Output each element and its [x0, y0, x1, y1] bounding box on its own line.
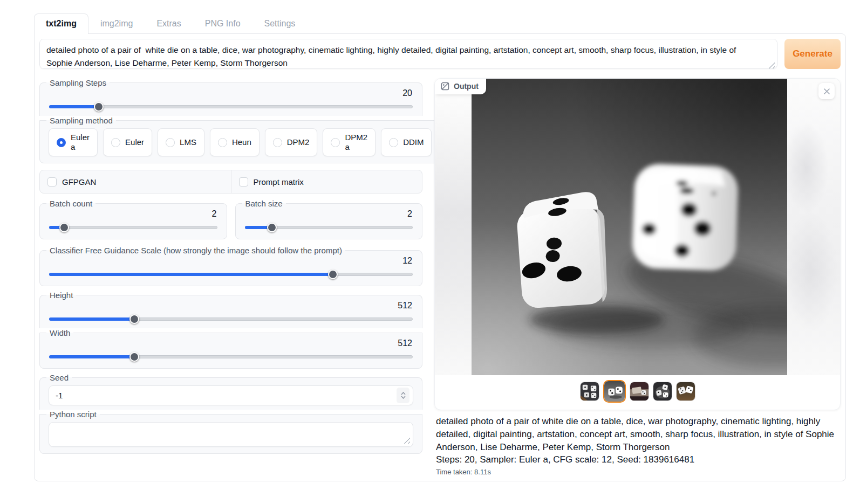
app: txt2img img2img Extras PNG Info Settings… — [0, 0, 860, 481]
radio-label: LMS — [180, 137, 196, 147]
seed-group: Seed -1 — [39, 373, 422, 410]
tab-txt2img[interactable]: txt2img — [34, 13, 88, 34]
cfg-scale-slider[interactable] — [49, 270, 413, 279]
image-icon — [441, 82, 449, 91]
radio-ddim[interactable]: DDIM — [381, 128, 432, 156]
batch-size-value: 2 — [244, 209, 413, 219]
spinner-down-icon — [401, 396, 406, 399]
height-label: Height — [46, 291, 76, 300]
letterbox-right — [787, 79, 840, 375]
radio-lms[interactable]: LMS — [158, 128, 204, 156]
slider-thumb[interactable] — [267, 223, 277, 232]
sampling-method-group: Sampling method Euler a Euler LMS Heun D… — [39, 116, 499, 163]
sampling-steps-value: 20 — [49, 88, 412, 98]
radio-icon[interactable] — [57, 138, 66, 147]
slider-track[interactable] — [49, 226, 217, 229]
batch-count-group: Batch count 2 — [39, 199, 227, 239]
slider-fill — [49, 317, 134, 321]
height-slider[interactable] — [49, 314, 413, 324]
thumbnail-5[interactable] — [676, 382, 695, 401]
output-label: Output — [454, 82, 479, 91]
radio-icon[interactable] — [218, 138, 227, 147]
tab-img2img[interactable]: img2img — [88, 13, 145, 33]
width-slider[interactable] — [49, 352, 413, 362]
seed-label: Seed — [46, 373, 72, 382]
tab-bar: txt2img img2img Extras PNG Info Settings — [34, 13, 846, 33]
caption-time-taken: Time taken: 8.11s — [436, 468, 839, 476]
seed-value[interactable]: -1 — [56, 391, 397, 400]
tab-content: detailed photo of a pair of white die on… — [34, 33, 846, 481]
sampling-method-label: Sampling method — [46, 116, 116, 125]
width-value: 512 — [49, 339, 412, 348]
batch-size-label: Batch size — [242, 199, 286, 208]
seed-stepper[interactable] — [397, 388, 409, 403]
radio-euler[interactable]: Euler — [103, 128, 152, 156]
caption-params: Steps: 20, Sampler: Euler a, CFG scale: … — [436, 453, 839, 466]
gfpgan-toggle[interactable]: GFPGAN — [40, 170, 231, 193]
thumbnail-2-selected[interactable] — [603, 380, 626, 403]
batch-count-label: Batch count — [46, 199, 95, 208]
settings-column: Sampling Steps 20 Sampling method Euler … — [39, 78, 422, 454]
slider-fill — [49, 105, 99, 108]
width-group: Width 512 — [39, 328, 422, 369]
radio-heun[interactable]: Heun — [210, 128, 260, 156]
generated-image[interactable] — [472, 79, 787, 375]
sampling-steps-slider[interactable] — [49, 102, 413, 112]
height-group: Height 512 — [39, 291, 422, 328]
height-value: 512 — [49, 301, 412, 310]
spinner-up-icon — [401, 392, 406, 395]
cfg-scale-group: Classifier Free Guidance Scale (how stro… — [39, 246, 422, 286]
close-icon — [823, 88, 830, 95]
cfg-scale-value: 12 — [49, 256, 412, 266]
radio-icon[interactable] — [331, 138, 340, 147]
gallery-thumbnails — [435, 375, 840, 410]
radio-icon[interactable] — [389, 138, 398, 147]
gfpgan-checkbox[interactable] — [47, 177, 57, 187]
radio-icon[interactable] — [166, 138, 175, 147]
python-script-input[interactable] — [49, 423, 413, 446]
prompt-matrix-toggle[interactable]: Prompt matrix — [231, 170, 422, 193]
close-button[interactable] — [818, 83, 835, 99]
prompt-row: detailed photo of a pair of white die on… — [39, 39, 841, 71]
batch-size-group: Batch size 2 — [235, 199, 423, 239]
seed-input[interactable]: -1 — [49, 385, 413, 405]
sampling-steps-group: Sampling Steps 20 — [39, 78, 422, 116]
sampling-method-options: Euler a Euler LMS Heun DPM2 DPM2 a DDIM … — [49, 128, 489, 156]
slider-thumb[interactable] — [328, 270, 338, 279]
radio-euler-a[interactable]: Euler a — [49, 128, 98, 156]
slider-fill — [49, 273, 333, 276]
generate-button[interactable]: Generate — [784, 39, 841, 69]
thumbnail-1[interactable] — [580, 382, 599, 401]
radio-label: Heun — [232, 137, 251, 147]
output-caption: detailed photo of a pair of white die on… — [434, 410, 841, 476]
caption-prompt: detailed photo of a pair of white die on… — [436, 415, 839, 453]
tab-settings[interactable]: Settings — [252, 13, 308, 33]
radio-dpm2-a[interactable]: DPM2 a — [323, 128, 376, 156]
radio-label: DDIM — [403, 137, 424, 147]
radio-label: DPM2 a — [345, 133, 367, 152]
thumbnail-4[interactable] — [653, 382, 672, 401]
slider-thumb[interactable] — [129, 314, 139, 324]
radio-icon[interactable] — [273, 138, 282, 147]
batch-count-slider[interactable] — [49, 223, 217, 232]
prompt-matrix-label: Prompt matrix — [254, 177, 304, 187]
slider-thumb[interactable] — [129, 352, 139, 362]
prompt-input[interactable]: detailed photo of a pair of white die on… — [39, 39, 777, 69]
tab-png-info[interactable]: PNG Info — [193, 13, 252, 33]
radio-label: DPM2 — [287, 137, 310, 147]
tab-extras[interactable]: Extras — [145, 13, 193, 33]
slider-thumb[interactable] — [59, 223, 69, 232]
radio-label: Euler — [125, 137, 144, 147]
output-panel: Output — [434, 78, 841, 410]
radio-icon[interactable] — [111, 138, 120, 147]
python-script-group: Python script — [39, 410, 422, 454]
thumbnail-3[interactable] — [630, 382, 649, 401]
output-chip: Output — [435, 79, 486, 94]
sampling-steps-label: Sampling Steps — [46, 78, 110, 87]
batch-count-value: 2 — [49, 209, 217, 219]
prompt-matrix-checkbox[interactable] — [239, 177, 248, 187]
batch-size-slider[interactable] — [245, 223, 413, 232]
radio-dpm2[interactable]: DPM2 — [265, 128, 318, 156]
slider-thumb[interactable] — [94, 102, 104, 112]
python-script-label: Python script — [46, 410, 100, 419]
